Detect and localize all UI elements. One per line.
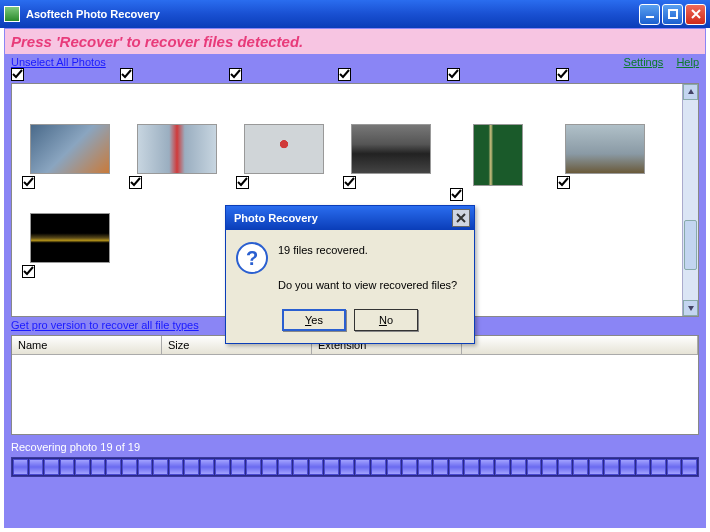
progress-segment [542,459,557,475]
thumbnail-image[interactable] [244,124,324,174]
thumbnail-item[interactable] [22,124,117,201]
progress-segment [558,459,573,475]
dialog-title: Photo Recovery [230,212,452,224]
progress-segment [153,459,168,475]
progress-bar [11,457,699,477]
dialog-title-bar: Photo Recovery [226,206,474,230]
progress-segment [371,459,386,475]
question-icon: ? [236,242,268,274]
minimize-button[interactable] [639,4,660,25]
thumbnail-image[interactable] [565,124,645,174]
grid-checkbox[interactable] [229,68,242,81]
no-button[interactable]: No [354,309,418,331]
progress-segment [418,459,433,475]
top-links-row: Unselect All Photos Settings Help [5,54,705,68]
yes-button[interactable]: Yes [282,309,346,331]
app-icon [4,6,20,22]
progress-segment [480,459,495,475]
thumbnail-checkbox[interactable] [343,176,356,189]
scroll-dragger[interactable] [684,220,697,270]
progress-segment [293,459,308,475]
progress-segment [495,459,510,475]
progress-segment [278,459,293,475]
thumbnail-item[interactable] [129,124,224,201]
top-check-row [5,68,705,81]
title-bar: Asoftech Photo Recovery [0,0,710,28]
grid-checkbox[interactable] [556,68,569,81]
settings-link[interactable]: Settings [624,56,664,68]
thumbnail-item[interactable] [450,124,545,201]
thumbnail-checkbox[interactable] [557,176,570,189]
progress-segment [511,459,526,475]
progress-segment [387,459,402,475]
thumbnail-checkbox[interactable] [22,176,35,189]
maximize-button[interactable] [662,4,683,25]
thumbnail-checkbox[interactable] [236,176,249,189]
dialog-line1: 19 files recovered. [278,242,457,260]
progress-segment [449,459,464,475]
thumbnail-checkbox[interactable] [22,265,35,278]
dialog-message: 19 files recovered. Do you want to view … [278,242,457,295]
close-button[interactable] [685,4,706,25]
progress-segment [340,459,355,475]
progress-segment [464,459,479,475]
progress-segment [573,459,588,475]
recovery-dialog: Photo Recovery ? 19 files recovered. Do … [225,205,475,344]
col-name[interactable]: Name [12,336,162,354]
progress-segment [138,459,153,475]
dialog-line2: Do you want to view recovered files? [278,277,457,295]
svg-rect-1 [669,10,677,18]
thumbnail-image[interactable] [30,124,110,174]
progress-segment [44,459,59,475]
grid-checkbox[interactable] [338,68,351,81]
scroll-up-button[interactable] [683,84,698,100]
progress-segment [433,459,448,475]
thumbnail-image[interactable] [137,124,217,174]
progress-segment [604,459,619,475]
thumbnail-item[interactable] [557,124,652,201]
thumbnail-checkbox[interactable] [129,176,142,189]
help-link[interactable]: Help [676,56,699,68]
progress-segment [13,459,28,475]
svg-rect-0 [646,16,654,18]
window-title: Asoftech Photo Recovery [26,8,637,20]
progress-segment [91,459,106,475]
progress-segment [324,459,339,475]
file-table: Name Size Extension [11,335,699,435]
dialog-buttons: Yes No [226,303,474,343]
grid-checkbox[interactable] [120,68,133,81]
dialog-close-button[interactable] [452,209,470,227]
progress-segment [402,459,417,475]
thumbnail-item[interactable] [236,124,331,201]
progress-segment [231,459,246,475]
thumbnail-image[interactable] [30,213,110,263]
progress-segment [215,459,230,475]
col-spare [462,336,698,354]
thumbnail-image[interactable] [351,124,431,174]
scroll-track[interactable] [683,100,698,300]
grid-checkbox[interactable] [11,68,24,81]
scroll-down-button[interactable] [683,300,698,316]
get-pro-link[interactable]: Get pro version to recover all file type… [11,319,199,331]
instruction-banner: Press 'Recover' to recover files detecte… [5,29,705,54]
progress-segment [60,459,75,475]
progress-segment [355,459,370,475]
progress-segment [651,459,666,475]
thumbnail-image[interactable] [473,124,523,186]
progress-segment [246,459,261,475]
progress-segment [636,459,651,475]
dialog-body: ? 19 files recovered. Do you want to vie… [226,230,474,303]
progress-segment [309,459,324,475]
vertical-scrollbar[interactable] [682,84,698,316]
progress-segment [682,459,697,475]
grid-checkbox[interactable] [447,68,460,81]
unselect-all-link[interactable]: Unselect All Photos [11,56,106,68]
progress-segment [589,459,604,475]
thumbnail-checkbox[interactable] [450,188,463,201]
thumbnail-item[interactable] [343,124,438,201]
progress-segment [29,459,44,475]
progress-segment [200,459,215,475]
progress-segment [75,459,90,475]
progress-segment [667,459,682,475]
thumbnail-item[interactable] [22,213,117,278]
